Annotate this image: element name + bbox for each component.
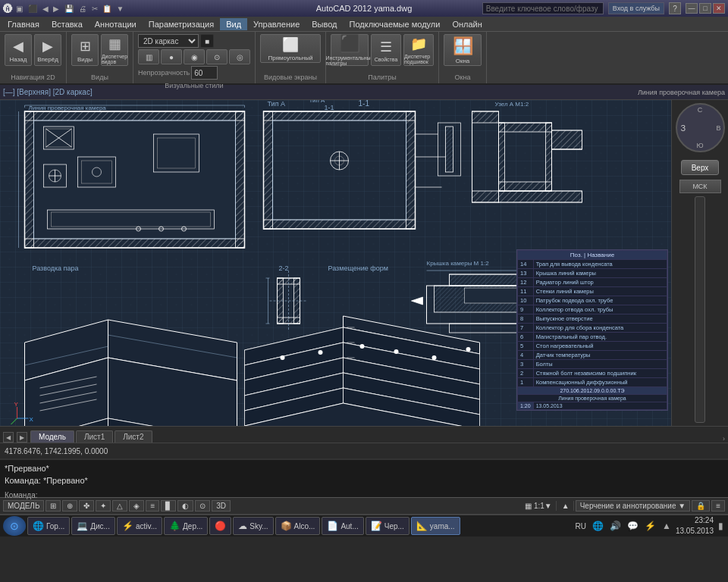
opacity-input[interactable] bbox=[191, 66, 218, 80]
menu-vid[interactable]: Вид bbox=[220, 18, 247, 30]
drawing-canvas[interactable]: Линия проверочная камера bbox=[0, 100, 671, 426]
back-btn[interactable]: ◀ Назад bbox=[5, 34, 32, 66]
forward-icon: ▶ bbox=[42, 38, 53, 55]
svoistva-icon: ☰ bbox=[380, 39, 392, 55]
taskbar-explorer[interactable]: 💻 Дис... bbox=[71, 517, 115, 535]
taskbar-opera[interactable]: 🔴 bbox=[209, 517, 231, 535]
viewport-rect-btn[interactable]: ⬜ Прямоугольный bbox=[260, 34, 321, 63]
menu-vyvod[interactable]: Вывод bbox=[306, 18, 343, 30]
menu-annotacii[interactable]: Аннотации bbox=[89, 18, 143, 30]
sky-label: Sky... bbox=[249, 522, 268, 530]
yama-label: yama... bbox=[430, 522, 455, 530]
network-icon[interactable]: 🌐 bbox=[591, 521, 605, 531]
sheet-tab-model[interactable]: Модель bbox=[30, 430, 74, 443]
menu-vstavka[interactable]: Вставка bbox=[46, 18, 89, 30]
up-arrow-icon[interactable]: ▲ bbox=[661, 521, 673, 531]
dispatcher-podshivok-btn[interactable]: 📁 Диспетчер подшивок bbox=[403, 34, 434, 66]
menu-online[interactable]: Онлайн bbox=[446, 18, 488, 30]
lweight-btn[interactable]: ▊ bbox=[161, 500, 176, 512]
ortho-btn[interactable]: ✤ bbox=[79, 500, 94, 512]
windows-btn[interactable]: 🪟 Окна bbox=[444, 34, 482, 66]
dynin-btn[interactable]: ≡ bbox=[146, 500, 159, 512]
svg-point-129 bbox=[466, 347, 471, 352]
nav-scrollbar[interactable] bbox=[695, 196, 705, 423]
power-icon[interactable]: ⚡ bbox=[643, 521, 657, 531]
menu-parametrizaciya[interactable]: Параметризация bbox=[143, 18, 220, 30]
selcyc-btn[interactable]: ⊙ bbox=[195, 500, 210, 512]
menu-upravlenie[interactable]: Управление bbox=[247, 18, 306, 30]
compass-east: В bbox=[716, 124, 720, 132]
lock-btn[interactable]: 🔒 bbox=[692, 500, 710, 512]
command-input[interactable] bbox=[41, 491, 723, 499]
service-btn[interactable]: Вход в службы bbox=[608, 2, 664, 14]
taskbar-aut[interactable]: 📄 Aut... bbox=[322, 517, 363, 535]
cursor-coords: 4178.6476, 1742.1995, 0.0000 bbox=[5, 447, 108, 455]
notify-icon[interactable]: 💬 bbox=[626, 521, 640, 531]
viz-icon-4[interactable]: ⊙ bbox=[206, 49, 228, 64]
search-input[interactable] bbox=[482, 2, 604, 14]
svg-rect-39 bbox=[406, 111, 416, 229]
taskbar-sky[interactable]: ☁ Sky... bbox=[233, 517, 273, 535]
show-desktop-btn[interactable]: ▮ bbox=[717, 521, 725, 531]
help-btn[interactable]: ? bbox=[669, 2, 681, 14]
taskbar: ⊙ 🌐 Гор... 💻 Дис... ⚡ activ... 🌲 Дер... … bbox=[0, 514, 728, 537]
forward-btn[interactable]: ▶ Вперёд bbox=[34, 34, 61, 66]
volume-icon[interactable]: 🔊 bbox=[608, 521, 623, 531]
dispatcher-btn[interactable]: ▦ Диспетчер видов bbox=[101, 34, 128, 66]
cher-icon: 📝 bbox=[371, 521, 382, 531]
close-btn[interactable]: ✕ bbox=[713, 3, 725, 14]
viz-icon-2[interactable]: ● bbox=[161, 49, 182, 64]
color-btn[interactable]: ■ bbox=[200, 34, 214, 48]
svg-rect-58 bbox=[546, 123, 552, 191]
taskbar-der[interactable]: 🌲 Дер... bbox=[164, 517, 208, 535]
svg-rect-8 bbox=[25, 111, 34, 248]
menu-podklyuchaemye[interactable]: Подключаемые модули bbox=[344, 18, 447, 30]
sky-icon: ☁ bbox=[238, 521, 247, 531]
menu-glavnaya[interactable]: Главная bbox=[2, 18, 46, 30]
vidy-main-btn[interactable]: ⊞ Виды bbox=[71, 34, 99, 66]
svg-text:1-1: 1-1 bbox=[359, 100, 370, 108]
top-view-btn[interactable]: Верх bbox=[681, 160, 719, 175]
grid-btn[interactable]: ⊞ bbox=[46, 500, 61, 512]
viz-icon-3[interactable]: ◉ bbox=[184, 49, 205, 64]
sheet-nav-left[interactable]: ◀ bbox=[3, 432, 14, 443]
sheet-nav-right[interactable]: ▶ bbox=[17, 432, 27, 443]
osnap-btn[interactable]: △ bbox=[112, 500, 127, 512]
alco-label: Alco... bbox=[294, 522, 315, 530]
compass-widget[interactable]: С В Ю З bbox=[676, 103, 725, 152]
3d-osmode-btn[interactable]: 3D bbox=[212, 500, 231, 512]
sheet-tab-list2[interactable]: Лист2 bbox=[115, 430, 152, 443]
svg-rect-55 bbox=[499, 123, 552, 132]
transp-btn[interactable]: ◐ bbox=[177, 500, 193, 512]
options-btn[interactable]: ≡ bbox=[711, 500, 725, 512]
visual-style-select[interactable]: 2D каркас 3D каркас Реалистичный bbox=[138, 34, 199, 48]
snap-btn[interactable]: ⊕ bbox=[62, 500, 77, 512]
minimize-btn[interactable]: — bbox=[686, 3, 698, 14]
taskbar-browser[interactable]: 🌐 Гор... bbox=[27, 517, 70, 535]
svoistva-label: Свойства bbox=[375, 57, 398, 62]
ribbon-content: ◀ Назад ▶ Вперёд Навигация 2D ⊞ Виды ▦ Д… bbox=[0, 32, 728, 85]
taskbar-yama[interactable]: 📐 yama... bbox=[411, 517, 460, 535]
dropdown-arrow[interactable]: ▼ bbox=[116, 5, 124, 13]
taskbar-active[interactable]: ⚡ activ... bbox=[117, 517, 162, 535]
otrack-btn[interactable]: ◈ bbox=[129, 500, 144, 512]
model-space-btn[interactable]: МОДЕЛЬ bbox=[3, 500, 44, 512]
workspace-btn[interactable]: Черчение и аннотирование ▼ bbox=[576, 500, 691, 512]
viz-icon-5[interactable]: ◎ bbox=[229, 49, 250, 64]
lang-indicator[interactable]: RU bbox=[574, 522, 588, 530]
windows-group-label: Окна bbox=[455, 71, 471, 81]
viz-bottom-row: Непрозрачность bbox=[138, 66, 250, 80]
polar-btn[interactable]: ✦ bbox=[96, 500, 111, 512]
instr-palitra-btn[interactable]: ⬛ Инструментальные палитры bbox=[331, 34, 369, 66]
command-output-1: *Прервано* bbox=[5, 462, 723, 474]
sheet-tab-list1[interactable]: Лист1 bbox=[76, 430, 113, 443]
vidy-group-label: Виды bbox=[91, 71, 108, 81]
ribbon-group-palettes: ⬛ Инструментальные палитры ☰ Свойства 📁 … bbox=[326, 32, 439, 83]
maximize-btn[interactable]: □ bbox=[699, 3, 711, 14]
taskbar-alco[interactable]: 📦 Alco... bbox=[275, 517, 321, 535]
start-button[interactable]: ⊙ bbox=[3, 516, 26, 536]
svoistva-btn[interactable]: ☰ Свойства bbox=[371, 34, 401, 66]
msk-btn[interactable]: МСК bbox=[679, 180, 721, 193]
viz-icon-1[interactable]: ▥ bbox=[138, 49, 159, 64]
taskbar-cher[interactable]: 📝 Чер... bbox=[366, 517, 410, 535]
